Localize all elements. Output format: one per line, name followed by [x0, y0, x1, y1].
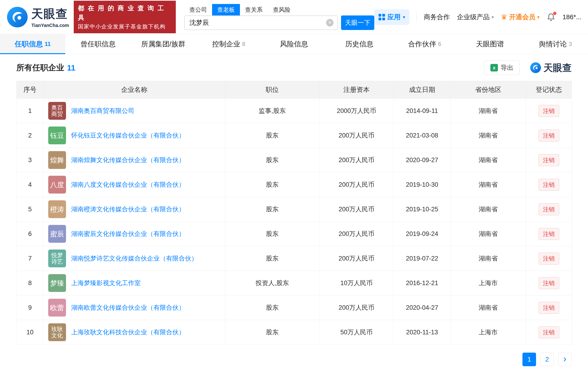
search-tab[interactable]: 查老板: [212, 4, 240, 15]
nav-business-cooperation[interactable]: 商务合作: [424, 13, 450, 22]
col-registered-capital: 注册资本: [319, 81, 394, 99]
tab[interactable]: 舆情讨论 3: [523, 34, 588, 54]
company-cell: 悦梦诗艺 湖南悦梦诗艺文化传媒合伙企业（有限合伙）: [43, 246, 225, 271]
user-phone[interactable]: 186*...: [563, 13, 581, 21]
region-cell: 湖南省: [451, 296, 526, 320]
apps-button[interactable]: 应用 ▾: [374, 9, 410, 25]
tab[interactable]: 历史信息: [327, 34, 392, 54]
tab-label: 历史信息: [345, 39, 373, 49]
tab[interactable]: 任职信息 11: [0, 34, 65, 54]
nav-open-vip[interactable]: ♛ 开通会员 ▾: [501, 13, 540, 22]
status-badge: 注销: [539, 326, 559, 338]
company-logo[interactable]: 梦臻: [48, 274, 66, 292]
company-link[interactable]: 湖南奥百商贸有限公司: [71, 107, 134, 115]
clear-search-icon[interactable]: ×: [326, 19, 334, 26]
table-row: 5 橙涛 湖南橙涛文化传媒合伙企业（有限合伙） 股东 200万人民币 2019-…: [17, 197, 572, 222]
company-logo[interactable]: 蜜辰: [48, 225, 66, 243]
search-area: 查公司 查老板 查关系 查风险 × 天眼一下: [184, 4, 374, 30]
export-button[interactable]: x 导出: [484, 60, 520, 75]
status-cell: 注销: [526, 148, 572, 172]
tab-label: 风险信息: [280, 39, 308, 49]
company-logo[interactable]: 悦梦诗艺: [48, 250, 66, 267]
tab[interactable]: 所属集团/族群: [131, 34, 196, 54]
tab[interactable]: 曾任职信息: [65, 34, 131, 54]
company-cell: 煌舞 湖南煌舞文化传媒合伙企业（有限合伙）: [43, 148, 225, 172]
row-index: 6: [17, 222, 43, 246]
col-founded-date: 成立日期: [394, 81, 451, 99]
status-cell: 注销: [526, 222, 572, 246]
company-cell: 玫耿文化 上海玫耿文化科技合伙企业（有限合伙）: [43, 320, 225, 345]
region-cell: 湖南省: [451, 123, 526, 148]
chevron-down-icon: ▾: [403, 14, 405, 20]
table-row: 8 梦臻 上海梦臻影视文化工作室 投资人,股东 10万人民币 2016-12-2…: [17, 271, 572, 296]
position-cell: 股东: [225, 172, 319, 197]
company-logo[interactable]: 钰豆: [48, 127, 66, 144]
nav-enterprise-products[interactable]: 企业级产品 ▾: [457, 13, 494, 22]
brand-name: 天眼查: [31, 6, 69, 22]
positions-table: 序号 企业名称 职位 注册资本 成立日期 省份地区 登记状态 1 奥百商贸 湖南…: [16, 81, 572, 345]
row-index: 3: [17, 148, 43, 172]
status-cell: 注销: [526, 296, 572, 320]
brand-logo[interactable]: 天眼查 TianYanCha.com: [7, 6, 69, 28]
company-link[interactable]: 湖南蜜辰文化传媒合伙企业（有限合伙）: [71, 230, 185, 238]
search-tab-label: 查风险: [273, 6, 291, 13]
page-button-2[interactable]: 2: [540, 353, 554, 366]
tab-count: 8: [242, 41, 245, 47]
tab[interactable]: 控制企业 8: [196, 34, 261, 54]
company-logo[interactable]: 奥百商贸: [48, 102, 66, 120]
company-logo[interactable]: 煌舞: [48, 151, 66, 169]
company-link[interactable]: 上海梦臻影视文化工作室: [71, 279, 141, 287]
table-header-row: 序号 企业名称 职位 注册资本 成立日期 省份地区 登记状态: [17, 81, 572, 99]
company-cell: 奥百商贸 湖南奥百商贸有限公司: [43, 99, 225, 123]
company-link[interactable]: 湖南煌舞文化传媒合伙企业（有限合伙）: [71, 156, 185, 164]
company-logo[interactable]: 玫耿文化: [48, 323, 66, 341]
region-cell: 湖南省: [451, 246, 526, 271]
section-header: 所有任职企业 11 x 导出 天眼查: [16, 60, 572, 75]
company-link[interactable]: 湖南橙涛文化传媒合伙企业（有限合伙）: [71, 205, 185, 213]
company-cell: 钰豆 怀化钰豆文化传媒合伙企业（有限合伙）: [43, 123, 225, 148]
company-link[interactable]: 怀化钰豆文化传媒合伙企业（有限合伙）: [71, 131, 185, 140]
status-badge: 注销: [539, 179, 559, 191]
date-cell: 2019-07-22: [394, 246, 451, 271]
table-row: 9 欧蕾 湖南欧蕾文化传媒合伙企业（有限合伙） 股东 200万人民币 2020-…: [17, 296, 572, 320]
tab-count: 11: [45, 41, 51, 47]
slogan-line1: 都 在 用 的 商 业 查 询 工 具: [78, 3, 172, 22]
enterprise-label: 企业级产品: [457, 13, 490, 22]
region-cell: 上海市: [451, 271, 526, 296]
company-link[interactable]: 湖南八度文化传媒合伙企业（有限合伙）: [71, 180, 185, 189]
search-tab[interactable]: 查关系: [240, 4, 268, 15]
search-tab-bar: 查公司 查老板 查关系 查风险: [184, 4, 374, 15]
next-page-button[interactable]: ›: [558, 353, 572, 366]
tab[interactable]: 合作伙伴 6: [392, 34, 457, 54]
status-cell: 注销: [526, 197, 572, 222]
region-cell: 上海市: [451, 320, 526, 345]
status-cell: 注销: [526, 271, 572, 296]
company-logo[interactable]: 八度: [48, 176, 66, 194]
page-title: 所有任职企业: [16, 62, 64, 73]
search-tab[interactable]: 查公司: [184, 4, 212, 15]
row-index: 7: [17, 246, 43, 271]
notification-bell-icon[interactable]: [546, 13, 556, 22]
brand-logo-text: 天眼查 TianYanCha.com: [31, 6, 69, 28]
page-button-1[interactable]: 1: [523, 353, 536, 366]
nav-divider: [416, 12, 417, 22]
search-tab[interactable]: 查风险: [268, 4, 296, 15]
tab-label: 控制企业: [212, 39, 240, 49]
company-logo[interactable]: 欧蕾: [48, 299, 66, 317]
company-link[interactable]: 湖南欧蕾文化传媒合伙企业（有限合伙）: [71, 303, 185, 312]
region-cell: 湖南省: [451, 99, 526, 123]
company-logo[interactable]: 橙涛: [48, 200, 66, 218]
row-index: 4: [17, 172, 43, 197]
search-input[interactable]: [184, 15, 338, 30]
capital-cell: 200万人民币: [319, 222, 394, 246]
company-link[interactable]: 上海玫耿文化科技合伙企业（有限合伙）: [71, 328, 185, 336]
company-cell: 橙涛 湖南橙涛文化传媒合伙企业（有限合伙）: [43, 197, 225, 222]
search-button[interactable]: 天眼一下: [341, 15, 374, 30]
page-title-count: 11: [67, 63, 75, 72]
tab[interactable]: 风险信息: [261, 34, 326, 54]
tab[interactable]: 天眼图谱: [457, 34, 523, 54]
table-row: 6 蜜辰 湖南蜜辰文化传媒合伙企业（有限合伙） 股东 200万人民币 2019-…: [17, 222, 572, 246]
table-row: 10 玫耿文化 上海玫耿文化科技合伙企业（有限合伙） 股东 50万人民币 202…: [17, 320, 572, 345]
company-link[interactable]: 湖南悦梦诗艺文化传媒合伙企业（有限合伙）: [71, 254, 198, 263]
region-cell: 湖南省: [451, 222, 526, 246]
